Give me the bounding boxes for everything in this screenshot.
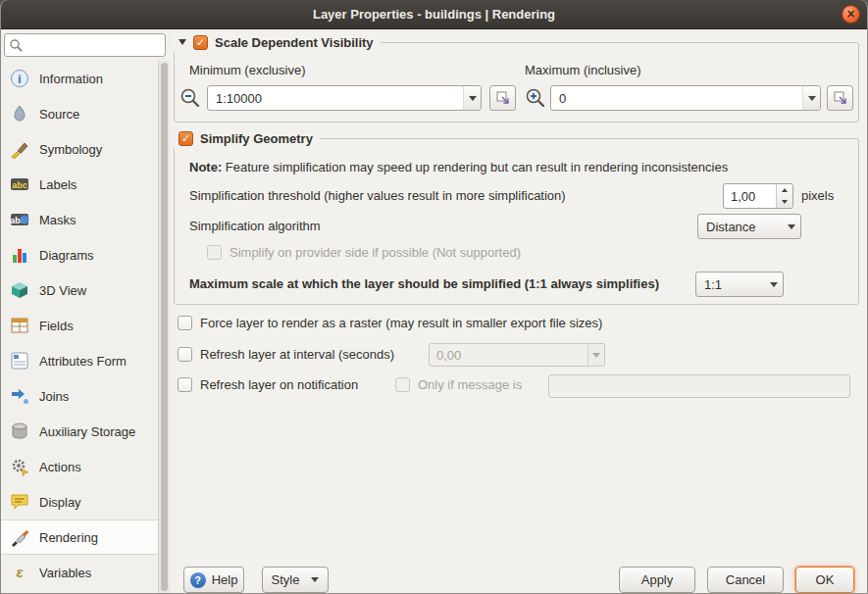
simplify-geometry-group-header[interactable]: Simplify Geometry (172, 128, 320, 148)
spin-up-icon[interactable] (777, 184, 792, 196)
ok-button[interactable]: OK (795, 567, 854, 593)
style-button[interactable]: Style (262, 567, 329, 593)
sidebar-item-rendering[interactable]: Rendering (1, 520, 158, 555)
refresh-interval-row[interactable]: Refresh layer at interval (seconds) (178, 347, 394, 362)
apply-button[interactable]: Apply (619, 567, 695, 593)
only-if-message-row: Only if message is (395, 377, 522, 392)
sidebar-item-label: Source (39, 107, 79, 122)
sidebar-item-labels[interactable]: abc Labels (1, 167, 158, 202)
minimum-scale-value[interactable]: 1:10000 (208, 91, 463, 106)
sidebar-item-auxiliary-storage[interactable]: Auxiliary Storage (1, 414, 158, 449)
spin-arrows[interactable] (776, 184, 792, 208)
sidebar-item-label: Rendering (39, 530, 98, 545)
display-icon (9, 491, 30, 513)
maximum-scale-value[interactable]: 0 (551, 91, 802, 106)
sidebar-item-label: Display (39, 495, 81, 510)
scrollbar-thumb[interactable] (161, 63, 168, 591)
sidebar-item-label: 3D View (39, 283, 86, 298)
minimum-scale-combobox[interactable]: 1:10000 (207, 85, 482, 111)
auxiliary-storage-icon (9, 421, 30, 442)
spin-down-icon (588, 344, 604, 366)
notification-message-input (548, 374, 850, 398)
sidebar-nav: i Information Source Symbology abc (1, 61, 158, 590)
refresh-notification-row[interactable]: Refresh layer on notification (178, 377, 358, 392)
cancel-button[interactable]: Cancel (707, 567, 784, 593)
sidebar-item-actions[interactable]: Actions (1, 449, 158, 484)
maximum-scale-combobox[interactable]: 0 (550, 85, 821, 111)
force-raster-row[interactable]: Force layer to render as a raster (may r… (178, 316, 602, 330)
simplification-algorithm-combobox[interactable]: Distance (697, 214, 801, 239)
apply-label: Apply (641, 572, 674, 587)
threshold-unit-label: pixels (801, 188, 834, 203)
help-button[interactable]: ? Help (183, 567, 244, 593)
simplify-geometry-checkbox[interactable] (179, 131, 193, 146)
scale-visibility-group-header[interactable]: Scale Dependent Visibility (172, 32, 381, 52)
spin-arrows (587, 344, 604, 366)
ok-label: OK (816, 572, 835, 587)
sidebar-item-information[interactable]: i Information (1, 61, 158, 96)
max-simplify-scale-combobox[interactable]: 1:1 (695, 272, 784, 297)
fields-icon (9, 315, 30, 336)
refresh-interval-value: 0,00 (430, 344, 587, 366)
attributes-form-icon (9, 350, 30, 371)
sidebar-item-fields[interactable]: Fields (1, 308, 158, 343)
chevron-down-icon[interactable] (783, 215, 800, 238)
cancel-label: Cancel (726, 572, 765, 587)
scale-visibility-title: Scale Dependent Visibility (215, 35, 374, 50)
titlebar[interactable]: Layer Properties - buildings | Rendering (1, 0, 867, 29)
search-input[interactable] (23, 38, 161, 53)
refresh-interval-spinbox: 0,00 (429, 343, 605, 367)
sidebar-item-joins[interactable]: Joins (1, 378, 158, 414)
sidebar: i Information Source Symbology abc (1, 29, 170, 593)
sidebar-item-diagrams[interactable]: Diagrams (1, 237, 158, 272)
max-simplify-scale-label: Maximum scale at which the layer should … (189, 276, 659, 291)
help-icon: ? (190, 572, 206, 588)
diagrams-icon (9, 244, 30, 266)
spin-down-icon[interactable] (777, 196, 792, 208)
svg-text:abc: abc (12, 180, 27, 190)
chevron-down-icon[interactable] (311, 577, 319, 582)
simplification-note: Note: Feature simplification may speed u… (189, 160, 728, 174)
sidebar-item-source[interactable]: Source (1, 96, 158, 131)
force-raster-checkbox[interactable] (178, 316, 192, 330)
chevron-down-icon[interactable] (463, 86, 481, 110)
chevron-down-icon[interactable] (765, 272, 783, 296)
sidebar-item-label: Diagrams (39, 248, 94, 263)
max-simplify-scale-value[interactable]: 1:1 (696, 277, 765, 292)
sidebar-item-display[interactable]: Display (1, 484, 158, 520)
sidebar-item-symbology[interactable]: Symbology (1, 131, 158, 167)
simplify-provider-checkbox (207, 245, 222, 260)
note-prefix: Note: (189, 160, 222, 174)
sidebar-scrollbar[interactable] (158, 61, 170, 593)
sidebar-item-label: Fields (39, 319, 74, 333)
set-max-scale-from-canvas-button[interactable] (827, 85, 853, 111)
close-icon[interactable] (842, 5, 860, 24)
only-if-message-label: Only if message is (418, 377, 522, 392)
only-if-message-checkbox (395, 377, 410, 392)
layer-properties-window: Layer Properties - buildings | Rendering… (0, 0, 868, 594)
zoom-out-icon (178, 85, 203, 111)
refresh-interval-checkbox[interactable] (178, 347, 192, 362)
collapse-arrow-icon[interactable] (179, 39, 186, 45)
maximum-scale-label: Maximum (inclusive) (525, 63, 640, 77)
sidebar-item-attributes-form[interactable]: Attributes Form (1, 343, 158, 378)
sidebar-item-3d-view[interactable]: 3D View (1, 272, 158, 308)
sidebar-item-masks[interactable]: abc Masks (1, 202, 158, 237)
algorithm-value[interactable]: Distance (698, 220, 783, 234)
scale-visibility-checkbox[interactable] (193, 35, 208, 50)
help-label: Help (212, 572, 238, 587)
simplify-provider-row: Simplify on provider side if possible (N… (207, 245, 521, 260)
rendering-icon (9, 526, 30, 548)
set-min-scale-from-canvas-button[interactable] (489, 85, 516, 111)
sidebar-item-label: Symbology (39, 142, 102, 157)
search-box[interactable] (4, 33, 166, 57)
note-text: Feature simplification may speed up rend… (226, 160, 728, 174)
threshold-value[interactable]: 1,00 (724, 184, 776, 208)
sidebar-item-label: Variables (39, 566, 91, 580)
sidebar-item-variables[interactable]: ε Variables (1, 555, 158, 590)
simplification-threshold-spinbox[interactable]: 1,00 (723, 183, 793, 209)
joins-icon (9, 385, 30, 407)
chevron-down-icon[interactable] (802, 86, 820, 110)
window-title: Layer Properties - buildings | Rendering (1, 0, 867, 28)
refresh-notification-checkbox[interactable] (178, 377, 192, 392)
